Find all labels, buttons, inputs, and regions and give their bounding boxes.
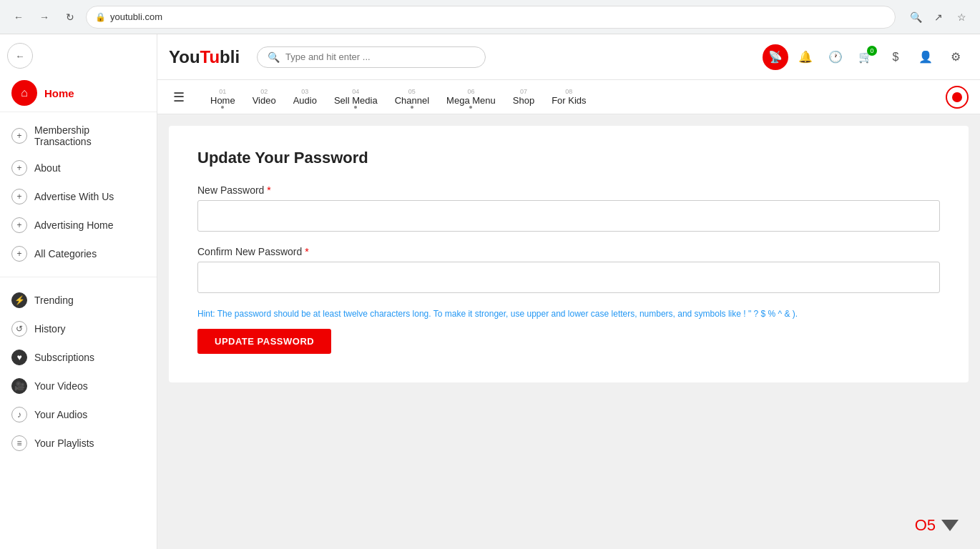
logo-tu: Tu <box>200 47 220 66</box>
about-label: About <box>34 162 61 174</box>
your-audios-label: Your Audios <box>34 409 87 420</box>
your-playlists-icon: ≡ <box>11 435 27 451</box>
logo-you: You <box>169 47 200 66</box>
new-password-input[interactable] <box>197 200 940 232</box>
sidebar-item-your-audios[interactable]: ♪ Your Audios <box>0 400 157 429</box>
sidebar-divider <box>0 277 157 277</box>
search-icon: 🔍 <box>268 51 280 63</box>
sidebar: ← ⌂ Home + Membership Transactions + Abo… <box>0 34 157 549</box>
search-browser-icon[interactable]: 🔍 <box>906 7 926 27</box>
subscriptions-icon: ♥ <box>11 350 27 365</box>
clock-icon: 🕐 <box>828 50 843 64</box>
advertising-home-label: Advertising Home <box>34 219 114 231</box>
settings-button[interactable]: ⚙ <box>943 44 969 70</box>
new-password-label: New Password * <box>197 184 940 196</box>
password-form-card: Update Your Password New Password * Conf… <box>169 126 969 382</box>
gear-icon: ⚙ <box>951 50 961 64</box>
cart-badge: 0 <box>867 46 877 56</box>
profile-icon: 👤 <box>918 50 933 64</box>
sidebar-item-all-categories[interactable]: + All Categories <box>0 239 157 268</box>
search-bar[interactable]: 🔍 <box>257 46 486 68</box>
confirm-password-input[interactable] <box>197 262 940 293</box>
top-nav-icons: 📡 🔔 🕐 🛒 0 $ 👤 ⚙ <box>763 44 969 70</box>
all-categories-icon: + <box>11 246 27 262</box>
confirm-password-required: * <box>305 246 308 257</box>
broadcast-icon: 📡 <box>768 50 783 64</box>
nav-item-channel[interactable]: 05 Channel <box>388 80 436 114</box>
sidebar-home-section[interactable]: ⌂ Home <box>0 74 157 112</box>
nav-item-mega-menu[interactable]: 06 Mega Menu <box>439 80 503 114</box>
record-button[interactable] <box>946 86 969 109</box>
browser-chrome: ← → ↻ 🔒 youtubli.com 🔍 ↗ ☆ <box>0 0 980 34</box>
nav-item-for-kids[interactable]: 08 For Kids <box>544 80 593 114</box>
address-bar[interactable]: 🔒 youtubli.com <box>86 6 896 29</box>
history-icon: ↺ <box>11 321 27 337</box>
clock-button[interactable]: 🕐 <box>823 44 848 70</box>
nav-dot-sell-media <box>354 106 357 109</box>
hint-text: Hint: The password should be at least tw… <box>197 307 940 320</box>
dollar-button[interactable]: $ <box>883 44 908 70</box>
hamburger-button[interactable]: ☰ <box>169 85 189 109</box>
advertise-label: Advertise With Us <box>34 191 114 202</box>
reload-button[interactable]: ↻ <box>60 7 80 27</box>
bell-icon: 🔔 <box>798 50 813 64</box>
bell-button[interactable]: 🔔 <box>793 44 818 70</box>
your-playlists-label: Your Playlists <box>34 437 94 449</box>
sidebar-item-history[interactable]: ↺ History <box>0 315 157 343</box>
browser-actions: 🔍 ↗ ☆ <box>906 7 971 27</box>
dollar-icon: $ <box>893 51 899 64</box>
profile-button[interactable]: 👤 <box>913 44 939 70</box>
share-icon[interactable]: ↗ <box>928 7 949 27</box>
top-nav: YouTubli 🔍 📡 🔔 🕐 🛒 0 <box>157 34 980 80</box>
sidebar-item-your-playlists[interactable]: ≡ Your Playlists <box>0 429 157 458</box>
nav-item-audio[interactable]: 03 Audio <box>286 80 324 114</box>
sidebar-item-advertising-home[interactable]: + Advertising Home <box>0 211 157 239</box>
sidebar-item-your-videos[interactable]: 🎥 Your Videos <box>0 372 157 400</box>
counter-value: O5 <box>915 516 936 535</box>
trending-icon: ⚡ <box>11 292 27 308</box>
advertising-home-icon: + <box>11 217 27 233</box>
sidebar-item-subscriptions[interactable]: ♥ Subscriptions <box>0 343 157 372</box>
lock-icon: 🔒 <box>95 12 106 22</box>
trending-label: Trending <box>34 295 74 306</box>
sidebar-item-about[interactable]: + About <box>0 154 157 182</box>
back-button[interactable]: ← <box>9 7 29 27</box>
nav-dot-home <box>221 106 224 109</box>
forward-button[interactable]: → <box>34 7 54 27</box>
counter-arrow-icon <box>941 520 959 531</box>
page-wrapper: ← ⌂ Home + Membership Transactions + Abo… <box>0 34 980 549</box>
nav-item-video[interactable]: 02 Video <box>245 80 283 114</box>
sidebar-nav-primary: + Membership Transactions + About + Adve… <box>0 112 157 274</box>
main-content: YouTubli 🔍 📡 🔔 🕐 🛒 0 <box>157 34 980 549</box>
url-text: youtubli.com <box>110 11 162 22</box>
nav-item-shop[interactable]: 07 Shop <box>506 80 542 114</box>
broadcast-button[interactable]: 📡 <box>763 44 788 70</box>
nav-item-sell-media[interactable]: 04 Sell Media <box>327 80 385 114</box>
search-input[interactable] <box>285 51 475 62</box>
nav-dot-mega-menu <box>469 106 472 109</box>
nav-menu-bar: ☰ 01 Home 02 Video 03 Audio 04 Sell Medi… <box>157 80 980 114</box>
confirm-password-group: Confirm New Password * <box>197 246 940 293</box>
all-categories-label: All Categories <box>34 248 97 259</box>
sidebar-nav-secondary: ⚡ Trending ↺ History ♥ Subscriptions 🎥 Y… <box>0 280 157 463</box>
record-dot <box>952 92 962 102</box>
form-title: Update Your Password <box>197 149 940 167</box>
update-password-button[interactable]: UPDATE PASSWORD <box>197 329 331 354</box>
cart-button[interactable]: 🛒 0 <box>853 44 878 70</box>
membership-icon: + <box>11 128 27 144</box>
your-videos-icon: 🎥 <box>11 378 27 394</box>
bottom-counter: O5 <box>915 516 959 535</box>
sidebar-item-advertise[interactable]: + Advertise With Us <box>0 182 157 211</box>
sidebar-item-membership[interactable]: + Membership Transactions <box>0 118 157 154</box>
home-label: Home <box>44 87 74 99</box>
confirm-password-label: Confirm New Password * <box>197 246 940 257</box>
bookmark-icon[interactable]: ☆ <box>951 7 971 27</box>
your-videos-label: Your Videos <box>34 380 88 392</box>
content-area: Update Your Password New Password * Conf… <box>157 114 980 549</box>
nav-item-home[interactable]: 01 Home <box>203 80 242 114</box>
advertise-icon: + <box>11 189 27 204</box>
new-password-required: * <box>267 184 270 196</box>
membership-label: Membership Transactions <box>34 124 145 147</box>
sidebar-back-button[interactable]: ← <box>7 43 33 69</box>
sidebar-item-trending[interactable]: ⚡ Trending <box>0 286 157 315</box>
